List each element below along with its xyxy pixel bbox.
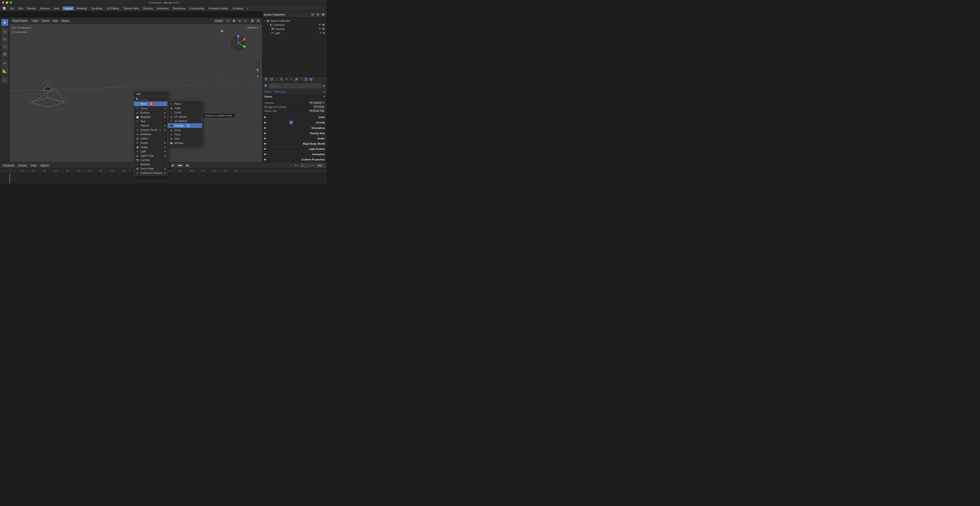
- viewport-gizmo-toggle[interactable]: ⊕: [256, 19, 261, 23]
- bg-scene-value[interactable]: 🎬 Scene: [313, 105, 325, 108]
- playback-menu[interactable]: Playback: [2, 163, 16, 167]
- modifier-props-icon[interactable]: 🔧: [279, 77, 284, 81]
- tool-transform[interactable]: ⊞: [2, 51, 8, 57]
- menu-render[interactable]: Render: [25, 6, 38, 10]
- viewport-overlay-toggle[interactable]: ◑: [250, 19, 255, 23]
- outliner-scene-collection[interactable]: ▾ ◧ Scene Collection: [262, 19, 327, 23]
- tab-uv-editing[interactable]: UV Editing: [105, 6, 121, 10]
- tab-texture-paint[interactable]: Texture Paint: [121, 6, 140, 10]
- particles-props-icon[interactable]: ✦: [285, 77, 289, 81]
- add-menu-image[interactable]: ▣ Image ▶: [134, 145, 168, 149]
- mesh-grid[interactable]: ⊞ Grid: [168, 136, 202, 141]
- light-obj-render[interactable]: ◉: [323, 32, 325, 34]
- add-menu-collection-instance[interactable]: ⊙ Collection Instance ▶: [134, 171, 168, 175]
- add-menu-speaker[interactable]: ♪ Speaker: [134, 162, 168, 167]
- global-local-toggle[interactable]: Global: [214, 19, 224, 23]
- camera-obj-render[interactable]: 📷: [322, 27, 325, 30]
- mesh-cube[interactable]: ■ Cube: [168, 106, 202, 110]
- active-clip-value[interactable]: 🎞 Movie Clip: [309, 109, 325, 113]
- animation-section-header[interactable]: ▶ Animation: [262, 152, 327, 157]
- outliner-light[interactable]: ☀ Light 👁 ◉: [262, 31, 327, 35]
- tab-rendering[interactable]: Rendering: [171, 6, 187, 10]
- add-menu-grease-pencil[interactable]: ✎ Grease Pencil 5 ▶: [134, 128, 168, 132]
- mesh-monkey[interactable]: 🐵 Monkey: [168, 141, 202, 145]
- add-menu-surface[interactable]: ◎ Surface ▶: [134, 111, 168, 115]
- zoom-out-btn[interactable]: -: [255, 61, 260, 67]
- maximize-button[interactable]: [10, 2, 12, 4]
- mesh-torus[interactable]: ⊙ Torus: [168, 132, 202, 136]
- scene-props-icon[interactable]: 🎬: [263, 77, 269, 81]
- audio-section-header[interactable]: ▶ Audio: [262, 136, 327, 141]
- add-menu-metaball[interactable]: ⬤ Metaball ▶: [134, 115, 168, 119]
- outliner-collection[interactable]: ▾ ◧ Collection 👁 📷: [262, 23, 327, 27]
- collection-render[interactable]: 📷: [322, 24, 325, 26]
- props-search[interactable]: Search: [269, 84, 321, 88]
- tool-move[interactable]: ✛: [2, 29, 8, 35]
- add-menu-lattice[interactable]: ⊞ Lattice: [134, 136, 168, 141]
- camera-view-btn[interactable]: 📷: [255, 67, 260, 73]
- object-props-icon[interactable]: □: [275, 78, 278, 81]
- menu-blender[interactable]: 🅱: [1, 6, 7, 10]
- keying-sets-section-header[interactable]: ▶ Keying Sets: [262, 130, 327, 136]
- tab-modeling[interactable]: Modeling: [75, 6, 89, 10]
- keying-menu[interactable]: Keying: [17, 163, 28, 167]
- camera-obj-eye[interactable]: 👁: [319, 27, 321, 30]
- navigation-gizmo[interactable]: X Y Z: [229, 33, 248, 53]
- tool-annotate[interactable]: ✏: [2, 60, 8, 67]
- viewlayer-breadcrumb[interactable]: ViewLayer: [274, 90, 286, 93]
- collection-eye[interactable]: 👁: [319, 24, 321, 26]
- props-detach-icon[interactable]: ⊠: [323, 90, 325, 93]
- tab-animation[interactable]: Animation: [155, 6, 170, 10]
- outliner-filter-btn[interactable]: ⊟: [310, 13, 315, 16]
- tool-scale[interactable]: ⤡: [2, 43, 8, 50]
- add-menu-curve[interactable]: 〜 Curve ▶: [134, 106, 168, 111]
- units-section-header[interactable]: ▶ Units: [262, 114, 327, 120]
- camera-prop-clear[interactable]: ✕: [322, 102, 324, 104]
- add-menu-light-probe[interactable]: ◈ Light Probe ▶: [134, 154, 168, 158]
- tool-cursor[interactable]: ⊕: [2, 19, 8, 26]
- zoom-in-btn[interactable]: +: [255, 55, 260, 60]
- mesh-uv-sphere[interactable]: ◎ UV Sphere: [168, 114, 202, 119]
- outliner-eye-btn[interactable]: 👁: [316, 13, 320, 16]
- add-menu-force-field[interactable]: ⚡ Force Field ▶: [134, 167, 168, 171]
- tab-geometry-nodes[interactable]: Geometry Nodes: [207, 6, 230, 10]
- mesh-cone[interactable]: ▲ Cone: [168, 128, 202, 132]
- add-menu-volume[interactable]: ◌ Volume ▶: [134, 124, 168, 128]
- viewport-shading-solid[interactable]: ◉: [231, 19, 237, 23]
- object-menu[interactable]: Object: [60, 19, 71, 23]
- window-controls[interactable]: [2, 2, 12, 4]
- select-menu[interactable]: Select: [40, 19, 51, 23]
- add-menu-mesh[interactable]: ▽ Mesh 1 ▶: [134, 102, 168, 106]
- tab-shading[interactable]: Shading: [141, 6, 154, 10]
- close-button[interactable]: [2, 2, 4, 4]
- light-obj-eye[interactable]: 👁: [320, 32, 322, 34]
- render-props-icon[interactable]: 📷: [309, 77, 313, 81]
- mesh-cylinder[interactable]: ⬛ Cylinder 2: [168, 123, 202, 128]
- data-props-icon[interactable]: ▽: [300, 77, 304, 81]
- view-timeline-menu[interactable]: View: [29, 163, 38, 167]
- tool-measure[interactable]: 📐: [2, 67, 8, 74]
- props-expand-icon[interactable]: ⊠: [323, 84, 325, 87]
- scene-section-header[interactable]: Scene ▾: [262, 94, 327, 99]
- viewport-shading-render[interactable]: ○: [243, 19, 247, 23]
- scene-breadcrumb[interactable]: Scene: [264, 90, 271, 93]
- step-forward-btn[interactable]: ▶▶: [177, 163, 183, 167]
- rigid-body-world-section-header[interactable]: ▶ Rigid Body World: [262, 141, 327, 146]
- jump-end-btn[interactable]: ▶|: [185, 163, 191, 167]
- gravity-checkbox[interactable]: ✓: [290, 121, 293, 124]
- tool-add-cube[interactable]: □: [2, 77, 8, 84]
- object-mode-selector[interactable]: Object Mode: [11, 19, 29, 23]
- viewport-shading-wireframe[interactable]: ⬡: [225, 19, 231, 23]
- options-button[interactable]: Options ▾: [245, 25, 261, 30]
- menu-edit[interactable]: Edit: [16, 6, 25, 10]
- menu-file[interactable]: File: [8, 6, 16, 10]
- minimize-button[interactable]: [6, 2, 8, 4]
- add-menu-btn[interactable]: Add: [52, 19, 59, 23]
- gravity-section-header[interactable]: ▶ ✓ Gravity: [262, 120, 327, 125]
- outliner-select-btn[interactable]: ◉: [321, 13, 325, 16]
- menu-window[interactable]: Window: [38, 6, 51, 10]
- world-props-icon[interactable]: 🌐: [269, 77, 274, 81]
- custom-props-section-header[interactable]: ▶ Custom Properties: [262, 157, 327, 162]
- end-frame-input[interactable]: [316, 163, 325, 167]
- physics-props-icon[interactable]: ⚛: [289, 77, 294, 81]
